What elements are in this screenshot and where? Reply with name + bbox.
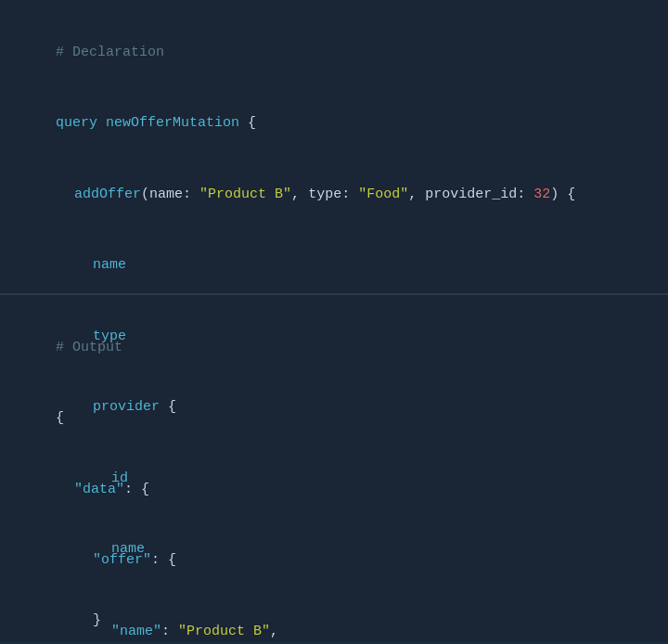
field-name-line: name bbox=[22, 230, 646, 302]
query-line: query newOfferMutation { bbox=[22, 88, 646, 160]
offer-key-line: "offer": { bbox=[22, 525, 646, 597]
declaration-panel: # Declaration query newOfferMutation { a… bbox=[0, 0, 668, 295]
addoffer-line: addOffer(name: "Product B", type: "Food"… bbox=[22, 159, 646, 230]
comment-declaration: # Declaration bbox=[22, 17, 646, 88]
data-key-line: "data": { bbox=[22, 454, 646, 525]
name-line: "name": "Product B", bbox=[22, 596, 646, 644]
comment-output: # Output bbox=[22, 312, 646, 383]
